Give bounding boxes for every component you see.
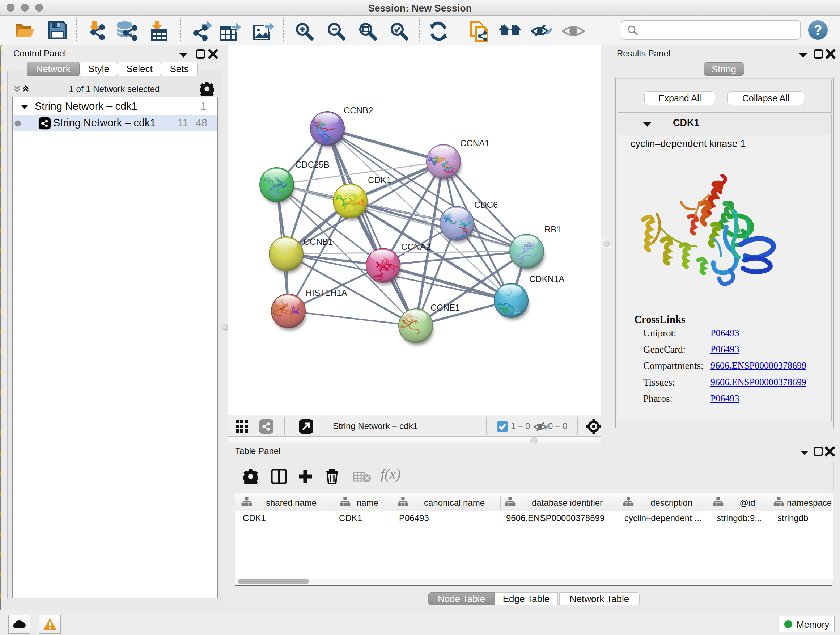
svg-text:canonical name: canonical name xyxy=(424,498,485,508)
svg-text:CDK1: CDK1 xyxy=(368,175,391,185)
svg-text:CDC6: CDC6 xyxy=(474,200,498,210)
svg-text:CCNB1: CCNB1 xyxy=(303,237,333,247)
svg-text:CCNA1: CCNA1 xyxy=(460,138,489,148)
svg-text:description: description xyxy=(651,498,692,508)
svg-text:CCNB2: CCNB2 xyxy=(344,105,373,115)
svg-text:@id: @id xyxy=(739,498,755,508)
svg-text:namespace: namespace xyxy=(787,498,832,508)
svg-text:database identifier: database identifier xyxy=(532,498,603,508)
svg-text:CCNA2: CCNA2 xyxy=(401,242,431,252)
svg-text:RB1: RB1 xyxy=(545,225,561,234)
svg-text:HIST1H1A: HIST1H1A xyxy=(306,288,347,298)
svg-text:name: name xyxy=(357,498,378,508)
svg-text:shared name: shared name xyxy=(266,498,317,508)
svg-text:CDKN1A: CDKN1A xyxy=(529,274,564,284)
svg-text:CCNE1: CCNE1 xyxy=(431,302,460,312)
svg-text:CDC25B: CDC25B xyxy=(295,160,330,169)
